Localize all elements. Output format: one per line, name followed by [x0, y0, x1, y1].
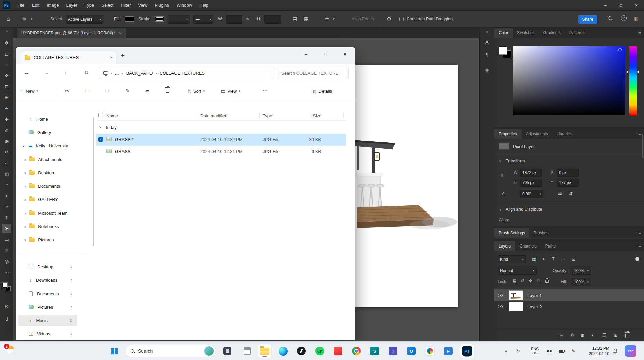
details-pane-button[interactable]: ▥ Details	[312, 86, 332, 96]
brush-tool[interactable]: ✐	[2, 126, 11, 135]
tab-gradients[interactable]: Gradients	[539, 28, 565, 38]
gradient-tool[interactable]: ▨	[2, 169, 11, 179]
tab-channels[interactable]: Channels	[515, 241, 541, 251]
file-row-grass[interactable]: GRASS 2024-04-10 12:31 PM JPG File 6 KB	[96, 146, 346, 158]
collapsed-chevron-icon[interactable]: ›	[24, 184, 26, 189]
address-bar[interactable]: › … › BACK_PATIO › COLLAGE TEXTURES	[99, 67, 274, 79]
search-highlight-image[interactable]	[204, 346, 214, 356]
character-panel-icon[interactable]: A	[480, 39, 494, 45]
panel-menu-icon[interactable]: ≡	[635, 28, 644, 38]
weather-widget[interactable]: 1	[3, 344, 22, 358]
quick-selection-tool[interactable]: ❖	[2, 71, 11, 80]
flip-horizontal-icon[interactable]: ⇄	[558, 191, 562, 196]
share-button[interactable]: ➦	[145, 88, 149, 93]
taskbar-media-app[interactable]: ▶	[442, 344, 455, 358]
healing-tool[interactable]: ✚	[2, 115, 11, 124]
collapsed-chevron-icon[interactable]: ›	[24, 157, 26, 162]
layer-effects-icon[interactable]: fx	[571, 333, 574, 338]
document-tab-close-icon[interactable]: ✕	[119, 31, 122, 35]
align-to-chevron-icon[interactable]: ▾	[333, 17, 335, 21]
menu-plugins[interactable]: Plugins	[151, 0, 173, 10]
layer-name[interactable]: Layer 2	[527, 304, 542, 309]
transform-w-field[interactable]: 1872 px	[520, 169, 542, 177]
tab-patterns[interactable]: Patterns	[565, 28, 589, 38]
tab-adjustments[interactable]: Adjustments	[522, 129, 552, 139]
tool-preset-chevron-icon[interactable]: ▾	[31, 17, 33, 21]
ps-minimize-button[interactable]: –	[598, 0, 613, 11]
up-button[interactable]: ↑	[64, 70, 67, 75]
flip-vertical-icon[interactable]: ⇵	[569, 191, 573, 196]
menu-window[interactable]: Window	[173, 0, 196, 10]
explorer-close-button[interactable]: ✕	[338, 47, 352, 61]
sidebar-item-gallery-folder[interactable]: › GALLERY	[18, 194, 77, 205]
lock-position-icon[interactable]: ✥	[529, 278, 532, 283]
move-tool[interactable]: ✥	[2, 38, 11, 48]
screen-mode-icon[interactable]: ▯	[2, 314, 11, 323]
new-layer-icon[interactable]: ⊞	[614, 333, 617, 338]
file-row-grass2[interactable]: ✓ GRASS2 2024-04-10 12:32 PM JPG File 30…	[96, 134, 346, 146]
eyedropper-tool[interactable]: ✒	[2, 104, 11, 113]
more-options-button[interactable]: ⋯	[263, 88, 268, 94]
stroke-width-dropdown[interactable]: ▾	[168, 15, 190, 24]
clock[interactable]: 12:32 PM 2024-04-10	[581, 342, 609, 360]
sort-button[interactable]: ⇅ Sort ▾	[188, 86, 205, 96]
height-field[interactable]	[264, 15, 281, 24]
zoom-tool[interactable]: ◎	[2, 257, 11, 266]
align-to-icon[interactable]: ✛	[325, 16, 329, 21]
sidebar-item-onedrive-documents[interactable]: › Documents	[18, 180, 77, 192]
sidebar-item-onedrive[interactable]: ∨ ☁ Kelly - University	[18, 140, 77, 151]
transform-section-title[interactable]: Transform	[506, 159, 525, 163]
lock-transparency-icon[interactable]: ▦	[512, 278, 516, 283]
sidebar-item-music[interactable]: ♪ Music	[18, 315, 77, 326]
constrain-path-checkbox[interactable]	[399, 17, 404, 21]
file-checkbox[interactable]: ✓	[98, 137, 103, 142]
collapsed-chevron-icon[interactable]: ›	[24, 237, 26, 242]
opacity-dropdown[interactable]: 100% ▾	[572, 267, 591, 275]
crop-tool[interactable]: ⊡	[2, 82, 11, 91]
filter-shape-icon[interactable]: ▱	[561, 256, 565, 262]
new-group-icon[interactable]: ❐	[602, 333, 606, 338]
taskbar-photoshop[interactable]: Ps	[460, 344, 474, 358]
clone-stamp-tool[interactable]: ◉	[2, 136, 11, 146]
volume-icon[interactable]	[545, 342, 554, 360]
lasso-tool[interactable]: ◌	[2, 60, 11, 70]
sidebar-item-gallery[interactable]: Gallery	[18, 127, 77, 138]
search-input[interactable]	[281, 71, 345, 76]
lock-artboard-icon[interactable]: ⊡	[537, 278, 540, 283]
this-pc-icon[interactable]	[103, 71, 108, 75]
explorer-tab[interactable]: COLLAGE TEXTURES ✕	[21, 51, 116, 64]
pre-widget[interactable]: PRE	[625, 345, 636, 357]
select-mode-dropdown[interactable]: Active Layers ▾	[66, 15, 103, 24]
tab-paths[interactable]: Paths	[541, 241, 560, 251]
group-header-today[interactable]: ∨ Today	[96, 123, 346, 133]
menu-layer[interactable]: Layer	[63, 0, 81, 10]
color-saturation-field[interactable]	[513, 46, 625, 115]
panel-layout-icon[interactable]: ▥	[634, 16, 638, 22]
collapsed-chevron-icon[interactable]: ›	[24, 211, 26, 216]
help-icon[interactable]: ?	[621, 15, 627, 21]
tab-color[interactable]: Color	[494, 28, 513, 38]
panel-menu-icon[interactable]: ≡	[635, 228, 644, 238]
sidebar-item-attachments[interactable]: › Attachments	[18, 153, 77, 165]
tab-brushes[interactable]: Brushes	[529, 228, 553, 238]
column-header-size[interactable]: Size	[313, 113, 321, 118]
collapsed-chevron-icon[interactable]: ›	[24, 224, 26, 229]
taskbar-app-dark[interactable]	[295, 344, 308, 358]
home-workspace-icon[interactable]: ⌂	[7, 16, 10, 22]
hue-slider[interactable]	[629, 46, 637, 115]
column-header-date[interactable]: Date modified	[200, 113, 227, 118]
layer-filter-kind-dropdown[interactable]: Kind ▾	[498, 255, 526, 263]
filter-pixel-icon[interactable]: ▦	[532, 256, 536, 262]
sidebar-scrollbar[interactable]	[93, 117, 94, 246]
fill-opacity-dropdown[interactable]: 100% ▾	[572, 278, 591, 286]
search-box[interactable]	[278, 67, 349, 79]
history-brush-tool[interactable]: ↺	[2, 147, 11, 157]
layer-mask-icon[interactable]: ◙	[581, 333, 584, 338]
tray-update-icon[interactable]: ↻	[514, 342, 522, 360]
path-selection-tool[interactable]: ➤	[2, 224, 11, 233]
explorer-minimize-button[interactable]: –	[299, 47, 313, 61]
taskbar-search[interactable]: Search	[125, 345, 216, 357]
sidebar-item-onedrive-desktop[interactable]: › Desktop	[18, 167, 77, 178]
filter-smart-object-icon[interactable]: ⊡	[572, 256, 576, 262]
materials-panel-icon[interactable]: ◈	[480, 66, 494, 73]
